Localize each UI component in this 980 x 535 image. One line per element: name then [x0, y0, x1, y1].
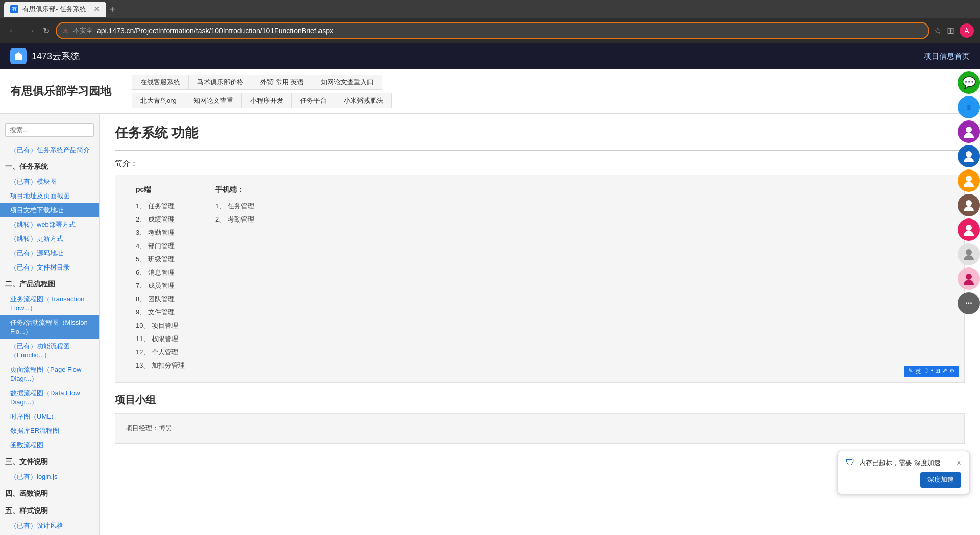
sidebar-item-login-js[interactable]: （已有）login.js	[0, 470, 99, 484]
project-table: 项目经理：博昊	[115, 413, 965, 444]
page-title: 任务系统 功能	[115, 124, 965, 142]
content-area: （已有）任务系统产品简介 一、任务系统 （已有）模块图 项目地址及页面截图 项目…	[0, 114, 980, 535]
translate-bullet-icon[interactable]: •	[931, 367, 933, 376]
nav-item-zhiwang-entry[interactable]: 知网论文查重入口	[312, 75, 382, 90]
sidebar-item-file-tree[interactable]: （已有）文件树目录	[0, 260, 99, 275]
app-logo: 1473云系统	[10, 48, 80, 64]
svg-point-3	[966, 200, 972, 206]
chrome-user-avatar[interactable]: A	[960, 23, 974, 38]
translate-settings-icon[interactable]: ⚙	[949, 367, 955, 376]
mobile-item-2: 2、 考勤管理	[215, 213, 254, 226]
avatar-3[interactable]	[958, 145, 980, 167]
sidebar: （已有）任务系统产品简介 一、任务系统 （已有）模块图 项目地址及页面截图 项目…	[0, 114, 100, 535]
app-title: 1473云系统	[32, 50, 80, 62]
sidebar-section-3: 三、文件说明	[0, 454, 99, 470]
sidebar-item-project-address[interactable]: 项目地址及页面截图	[0, 189, 99, 203]
nav-item-millet-porridge[interactable]: 小米粥减肥法	[335, 93, 392, 108]
sidebar-section-5: 五、样式说明	[0, 503, 99, 519]
notification-close-button[interactable]: ×	[957, 458, 961, 468]
site-navigation: 在线客服系统 马术俱乐部价格 外贸 常用 英语 知网论文查重入口 北大青鸟org…	[132, 75, 392, 108]
title-divider	[115, 150, 965, 151]
sidebar-item-function-flow2[interactable]: 函数流程图	[0, 438, 99, 452]
sidebar-item-data-flow[interactable]: 数据流程图（Data Flow Diagr...）	[0, 386, 99, 409]
intro-label: 简介：	[115, 159, 965, 168]
pc-item-6: 6、 消息管理	[136, 266, 185, 279]
svg-point-4	[966, 225, 972, 231]
sidebar-section-1: 一、任务系统	[0, 159, 99, 175]
avatar-1[interactable]: 👤	[958, 96, 980, 118]
sidebar-item-product-intro[interactable]: （已有）任务系统产品简介	[0, 143, 99, 157]
sidebar-item-mission-flow[interactable]: 任务/活动流程图（Mission Flo...）	[0, 315, 99, 339]
sidebar-item-module-map[interactable]: （已有）模块图	[0, 175, 99, 189]
logo-icon	[10, 48, 27, 64]
notification-header: 🛡 内存已超标，需要 深度加速 ×	[846, 457, 961, 468]
sidebar-item-web-deploy[interactable]: （跳转）web部署方式	[0, 217, 99, 232]
pc-item-9: 9、 文件管理	[136, 306, 185, 319]
sidebar-item-business-flow[interactable]: 业务流程图（Transaction Flow...）	[0, 292, 99, 315]
pc-item-3: 3、 考勤管理	[136, 226, 185, 239]
extensions-icon[interactable]: ⊞	[947, 25, 954, 36]
more-avatars-button[interactable]: ···	[958, 292, 980, 314]
nav-item-online-service[interactable]: 在线客服系统	[132, 75, 189, 90]
sidebar-item-header-style[interactable]: 头部样式	[0, 533, 99, 535]
translate-share-icon[interactable]: ⇗	[942, 367, 947, 376]
sidebar-item-function-flow[interactable]: （已有）功能流程图（Functio...）	[0, 339, 99, 362]
pc-item-7: 7、 成员管理	[136, 279, 185, 293]
sidebar-item-doc-download[interactable]: 项目文档下载地址	[0, 203, 99, 217]
project-group-heading: 项目小组	[115, 393, 965, 407]
sidebar-item-design-style[interactable]: （已有）设计风格	[0, 519, 99, 533]
avatar-6[interactable]	[958, 218, 980, 241]
project-manager-info: 项目经理：博昊	[126, 422, 954, 435]
sidebar-item-db-er-flow[interactable]: 数据库ER流程图	[0, 424, 99, 438]
toolbar-right: ☆ ⊞ A	[934, 23, 974, 38]
nav-row-2: 北大青鸟org 知网论文查重 小程序开发 任务平台 小米粥减肥法	[132, 93, 392, 108]
nav-item-horse-club[interactable]: 马术俱乐部价格	[189, 75, 252, 90]
address-input[interactable]	[97, 27, 922, 35]
nav-item-foreign-trade[interactable]: 外贸 常用 英语	[252, 75, 312, 90]
website-container: 有思俱乐部学习园地 在线客服系统 马术俱乐部价格 外贸 常用 英语 知网论文查重…	[0, 69, 980, 535]
mobile-item-1: 1、 任务管理	[215, 200, 254, 213]
nav-item-task-platform[interactable]: 任务平台	[292, 93, 335, 108]
back-button[interactable]: ←	[6, 23, 19, 38]
svg-point-0	[966, 127, 972, 133]
search-input[interactable]	[5, 123, 94, 137]
active-tab[interactable]: 有 有思俱乐部- 任务系统 ✕	[4, 2, 106, 17]
qq-service-icon[interactable]: 💬	[958, 71, 980, 94]
translate-bar[interactable]: ✎ 英 ☽ • ⊞ ⇗ ⚙	[904, 366, 959, 377]
nav-item-miniapp[interactable]: 小程序开发	[242, 93, 292, 108]
site-logo: 有思俱乐部学习园地	[10, 84, 111, 99]
deep-accelerate-button[interactable]: 深度加速	[920, 472, 961, 488]
sidebar-item-source-address[interactable]: （已有）源码地址	[0, 246, 99, 260]
pc-column: pc端 1、 任务管理 2、 成绩管理 3、 考勤管理 4、 部门管理 5、 班…	[136, 185, 185, 372]
svg-point-1	[966, 151, 972, 157]
avatar-7[interactable]	[958, 243, 980, 265]
translate-lang-label[interactable]: 英	[915, 367, 921, 376]
function-info-box: pc端 1、 任务管理 2、 成绩管理 3、 考勤管理 4、 部门管理 5、 班…	[115, 175, 965, 383]
reload-button[interactable]: ↻	[41, 24, 52, 38]
translate-moon-icon[interactable]: ☽	[923, 367, 929, 376]
address-bar-wrapper[interactable]: ⚠ 不安全	[56, 22, 929, 39]
shield-icon: 🛡	[846, 457, 855, 468]
bookmark-icon[interactable]: ☆	[934, 25, 942, 36]
sidebar-item-sequence-uml[interactable]: 时序图（UML）	[0, 409, 99, 424]
browser-chrome: 有 有思俱乐部- 任务系统 ✕ + ← → ↻ ⚠ 不安全 ☆ ⊞ A	[0, 0, 980, 43]
new-tab-button[interactable]: +	[109, 4, 115, 15]
tab-favicon: 有	[10, 5, 18, 13]
tab-close-button[interactable]: ✕	[93, 5, 100, 13]
project-home-link[interactable]: 项目信息首页	[924, 52, 970, 61]
nav-item-beida[interactable]: 北大青鸟org	[132, 93, 185, 108]
mobile-title: 手机端：	[215, 185, 254, 194]
avatar-5[interactable]	[958, 194, 980, 216]
avatar-4[interactable]	[958, 169, 980, 192]
translate-edit-icon[interactable]: ✎	[908, 367, 913, 376]
sidebar-item-update-method[interactable]: （跳转）更新方式	[0, 232, 99, 246]
avatar-8[interactable]	[958, 268, 980, 290]
browser-toolbar: ← → ↻ ⚠ 不安全 ☆ ⊞ A	[0, 18, 980, 43]
translate-grid-icon[interactable]: ⊞	[935, 367, 940, 376]
pc-item-11: 11、 权限管理	[136, 332, 185, 346]
svg-point-5	[966, 249, 972, 255]
forward-button[interactable]: →	[23, 23, 37, 38]
nav-item-zhiwang-check[interactable]: 知网论文查重	[185, 93, 242, 108]
sidebar-item-page-flow[interactable]: 页面流程图（Page Flow Diagr...）	[0, 362, 99, 386]
avatar-2[interactable]	[958, 120, 980, 143]
